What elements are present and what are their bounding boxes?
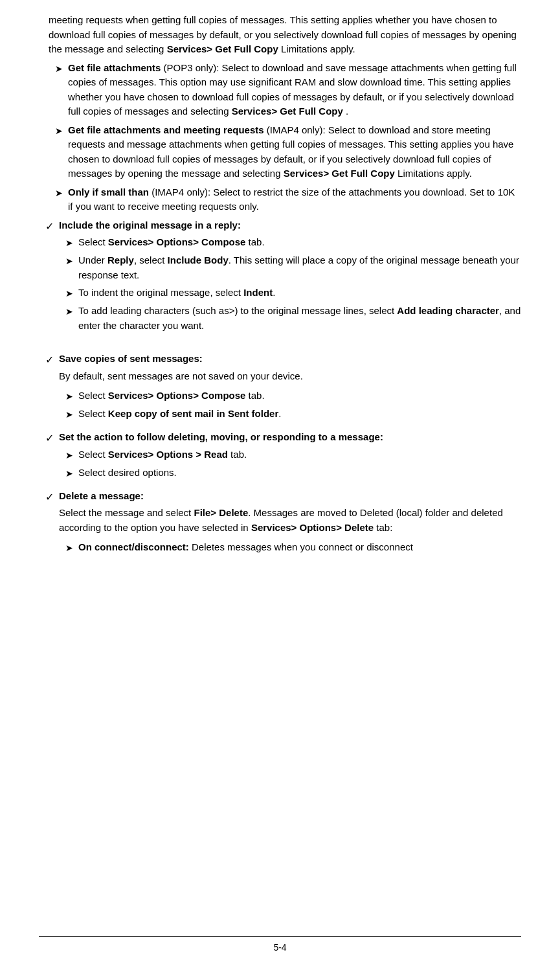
checkmark-icon-4: ✓ [45, 490, 54, 559]
checkmark-content-save-copies: Save copies of sent messages: By default… [59, 352, 521, 425]
subitem-action-2: Select desired options. [78, 466, 177, 480]
checkmark-item-include-original: ✓ Include the original message in a repl… [39, 218, 521, 337]
subitem-action-1: Select Services> Options > Read tab. [78, 447, 247, 462]
list-item: ➤ To add leading characters (such as>) t… [65, 304, 521, 333]
arrow-content-3: Only if small than (IMAP4 only): Select … [68, 185, 521, 214]
bold-services-get-full-copy-2: Services> Get Full Copy [284, 168, 395, 179]
text-end-2: Limitations apply. [398, 168, 472, 179]
bold-reply: Reply [107, 254, 134, 266]
subitem-delete-1: On connect/disconnect: Deletes messages … [78, 540, 413, 555]
arrow-icon-9: ➤ [65, 408, 73, 422]
page-container: meeting requests when getting full copie… [0, 0, 560, 961]
title-delete-message: Delete a message: [59, 490, 144, 501]
save-copies-intro: By default, sent messages are not saved … [59, 369, 521, 384]
spacer-1 [39, 341, 521, 352]
arrow-icon-8: ➤ [65, 390, 73, 403]
text-end-1: . [346, 106, 348, 117]
subitem-text-4: To add leading characters (such as>) to … [78, 304, 521, 333]
list-item: ➤ On connect/disconnect: Deletes message… [65, 540, 521, 555]
bold-include-body: Include Body [168, 254, 229, 266]
list-item: ➤ Select Keep copy of sent mail in Sent … [65, 407, 521, 422]
bold-keep-copy: Keep copy of sent mail in Sent folder [108, 408, 278, 419]
list-item: ➤ Select Services> Options> Compose tab. [65, 235, 521, 250]
arrow-icon-4: ➤ [65, 236, 73, 250]
list-item: ➤ Under Reply, select Include Body. This… [65, 253, 521, 282]
subitem-text-2: Under Reply, select Include Body. This s… [78, 253, 521, 282]
arrow-icon-7: ➤ [65, 305, 73, 333]
list-item: ➤ Select Services> Options> Compose tab. [65, 389, 521, 403]
title-set-action: Set the action to follow deleting, movin… [59, 431, 383, 442]
checkmark-icon-2: ✓ [45, 352, 54, 425]
intro-bold: Services> Get Full Copy [167, 43, 278, 54]
list-item: ➤ To indent the original message, select… [65, 286, 521, 300]
arrow-icon-1: ➤ [55, 62, 63, 119]
intro-end: Limitations apply. [281, 43, 355, 54]
bold-services-options-delete: Services> Options> Delete [251, 522, 374, 533]
arrow-icon-12: ➤ [65, 541, 73, 555]
bold-add-leading-character: Add leading character [397, 305, 499, 316]
checkmark-content-include-original: Include the original message in a reply:… [59, 218, 521, 337]
list-item: ➤ Select desired options. [65, 466, 521, 480]
subitem-text-3: To indent the original message, select I… [78, 286, 275, 300]
arrow-content-2: Get file attachments and meeting request… [68, 123, 521, 181]
list-item-only-if-small: ➤ Only if small than (IMAP4 only): Selec… [52, 185, 521, 214]
bold-indent: Indent [243, 287, 273, 298]
arrow-icon-3: ➤ [55, 187, 63, 214]
bold-on-connect-disconnect: On connect/disconnect: [78, 541, 189, 552]
subitem-save-2: Select Keep copy of sent mail in Sent fo… [78, 407, 281, 422]
checkmark-content-delete-message: Delete a message: Select the message and… [59, 489, 521, 559]
bold-services-get-full-copy-1: Services> Get Full Copy [232, 106, 343, 117]
list-item-get-file-attachments: ➤ Get file attachments (POP3 only): Sele… [52, 61, 521, 119]
checkmark-list: ✓ Include the original message in a repl… [39, 218, 521, 559]
checkmark-item-save-copies: ✓ Save copies of sent messages: By defau… [39, 352, 521, 425]
checkmark-content-set-action: Set the action to follow deleting, movin… [59, 430, 521, 484]
checkmark-item-set-action: ✓ Set the action to follow deleting, mov… [39, 430, 521, 484]
arrow-icon-5: ➤ [65, 254, 73, 282]
nested-list-include-original: ➤ Select Services> Options> Compose tab.… [65, 235, 521, 333]
arrow-content-1: Get file attachments (POP3 only): Select… [68, 61, 521, 119]
title-save-copies: Save copies of sent messages: [59, 353, 203, 364]
label-only-if-small: Only if small than [68, 187, 149, 198]
nested-list-delete-message: ➤ On connect/disconnect: Deletes message… [65, 540, 521, 555]
nested-list-set-action: ➤ Select Services> Options > Read tab. ➤… [65, 447, 521, 480]
subitem-save-1: Select Services> Options> Compose tab. [78, 389, 265, 403]
subitem-text-1: Select Services> Options> Compose tab. [78, 235, 265, 250]
top-arrow-list: ➤ Get file attachments (POP3 only): Sele… [52, 61, 521, 214]
arrow-icon-10: ➤ [65, 449, 73, 462]
list-item: ➤ Select Services> Options > Read tab. [65, 447, 521, 462]
arrow-icon-6: ➤ [65, 287, 73, 300]
list-item-get-file-attachments-meeting: ➤ Get file attachments and meeting reque… [52, 123, 521, 181]
page-footer: 5-4 [39, 936, 521, 955]
arrow-icon-11: ➤ [65, 467, 73, 480]
top-continuation-text: meeting requests when getting full copie… [39, 13, 521, 57]
bold-services-options-read: Services> Options > Read [108, 449, 228, 460]
bold-services-options-compose-2: Services> Options> Compose [108, 390, 246, 401]
bold-services-options-compose-1: Services> Options> Compose [108, 236, 246, 247]
label-get-file-attachments-meeting: Get file attachments and meeting request… [68, 124, 264, 135]
checkmark-icon-1: ✓ [45, 219, 54, 337]
bold-file-delete: File> Delete [194, 507, 248, 518]
checkmark-icon-3: ✓ [45, 431, 54, 484]
content-area: meeting requests when getting full copie… [39, 13, 521, 558]
label-get-file-attachments: Get file attachments [68, 62, 161, 73]
title-include-original: Include the original message in a reply: [59, 220, 241, 231]
page-number: 5-4 [273, 942, 286, 953]
nested-list-save-copies: ➤ Select Services> Options> Compose tab.… [65, 389, 521, 422]
checkmark-item-delete-message: ✓ Delete a message: Select the message a… [39, 489, 521, 559]
arrow-icon-2: ➤ [55, 124, 63, 181]
delete-message-intro: Select the message and select File> Dele… [59, 506, 521, 535]
